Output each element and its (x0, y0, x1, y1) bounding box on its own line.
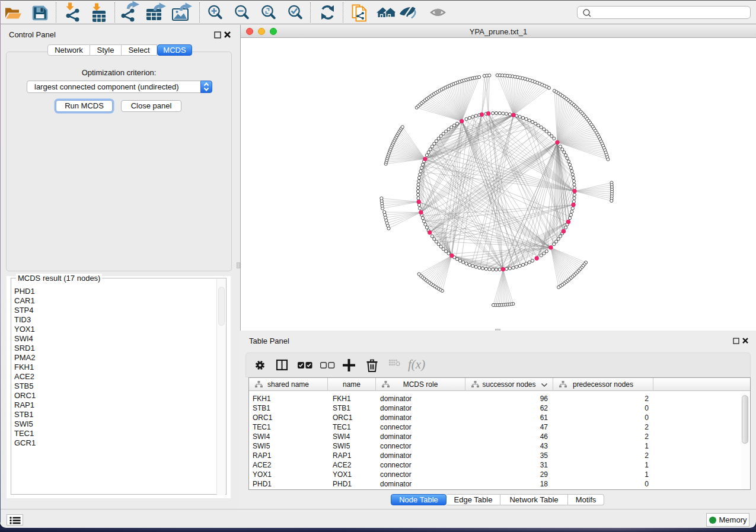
svg-text:f(x): f(x) (408, 357, 425, 371)
